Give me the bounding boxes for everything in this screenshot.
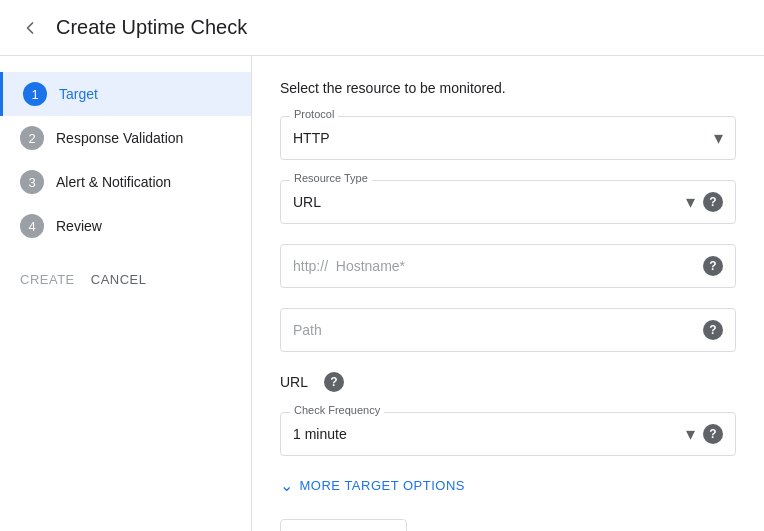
step-2-label: Response Validation <box>56 130 183 146</box>
path-input[interactable] <box>293 322 695 338</box>
step-2-response-validation[interactable]: 2 Response Validation <box>0 116 251 160</box>
step-3-label: Alert & Notification <box>56 174 171 190</box>
path-input-wrapper: ? <box>280 308 736 352</box>
back-button[interactable] <box>20 18 40 38</box>
step-3-alert-notification[interactable]: 3 Alert & Notification <box>0 160 251 204</box>
sidebar: 1 Target 2 Response Validation 3 Alert &… <box>0 56 252 531</box>
page-title: Create Uptime Check <box>56 16 247 39</box>
resource-type-label: Resource Type <box>290 172 372 184</box>
more-target-options[interactable]: ⌄ MORE TARGET OPTIONS <box>280 476 736 495</box>
hostname-field: ? <box>280 244 736 288</box>
step-4-label: Review <box>56 218 102 234</box>
url-help-icon[interactable]: ? <box>324 372 344 392</box>
hostname-help-icon[interactable]: ? <box>703 256 723 276</box>
resource-type-select[interactable]: URL Instance <box>293 194 686 210</box>
hostname-input[interactable] <box>293 258 695 274</box>
resource-type-field: Resource Type URL Instance ▾ ? <box>280 180 736 224</box>
content-description: Select the resource to be monitored. <box>280 80 736 96</box>
more-options-label: MORE TARGET OPTIONS <box>300 478 466 493</box>
protocol-chevron-icon: ▾ <box>714 127 723 149</box>
check-frequency-label: Check Frequency <box>290 404 384 416</box>
page-header: Create Uptime Check <box>0 0 764 56</box>
check-frequency-field: Check Frequency 1 minute 5 minutes 10 mi… <box>280 412 736 456</box>
protocol-label: Protocol <box>290 108 338 120</box>
step-4-review[interactable]: 4 Review <box>0 204 251 248</box>
cancel-button[interactable]: CANCEL <box>91 272 147 287</box>
path-field: ? <box>280 308 736 352</box>
step-2-number: 2 <box>20 126 44 150</box>
check-frequency-select[interactable]: 1 minute 5 minutes 10 minutes 15 minutes <box>293 426 686 442</box>
step-3-number: 3 <box>20 170 44 194</box>
continue-button[interactable]: CONTINUE <box>280 519 407 531</box>
resource-type-help-icon[interactable]: ? <box>703 192 723 212</box>
create-button[interactable]: CREATE <box>20 272 75 287</box>
protocol-select-wrapper: HTTP HTTPS TCP ▾ <box>280 116 736 160</box>
step-1-number: 1 <box>23 82 47 106</box>
hostname-input-wrapper: ? <box>280 244 736 288</box>
protocol-field: Protocol HTTP HTTPS TCP ▾ <box>280 116 736 160</box>
path-help-icon[interactable]: ? <box>703 320 723 340</box>
check-frequency-select-wrapper: 1 minute 5 minutes 10 minutes 15 minutes… <box>280 412 736 456</box>
expand-icon: ⌄ <box>280 476 294 495</box>
resource-type-select-wrapper: URL Instance ▾ ? <box>280 180 736 224</box>
step-1-target[interactable]: 1 Target <box>0 72 251 116</box>
resource-type-chevron-icon: ▾ <box>686 191 695 213</box>
check-frequency-chevron-icon: ▾ <box>686 423 695 445</box>
url-label-text: URL <box>280 374 308 390</box>
sidebar-actions: CREATE CANCEL <box>0 256 251 303</box>
url-label-row: URL ? <box>280 372 736 392</box>
protocol-select[interactable]: HTTP HTTPS TCP <box>293 130 714 146</box>
step-4-number: 4 <box>20 214 44 238</box>
main-layout: 1 Target 2 Response Validation 3 Alert &… <box>0 56 764 531</box>
check-frequency-help-icon[interactable]: ? <box>703 424 723 444</box>
step-1-label: Target <box>59 86 98 102</box>
content-area: Select the resource to be monitored. Pro… <box>252 56 764 531</box>
